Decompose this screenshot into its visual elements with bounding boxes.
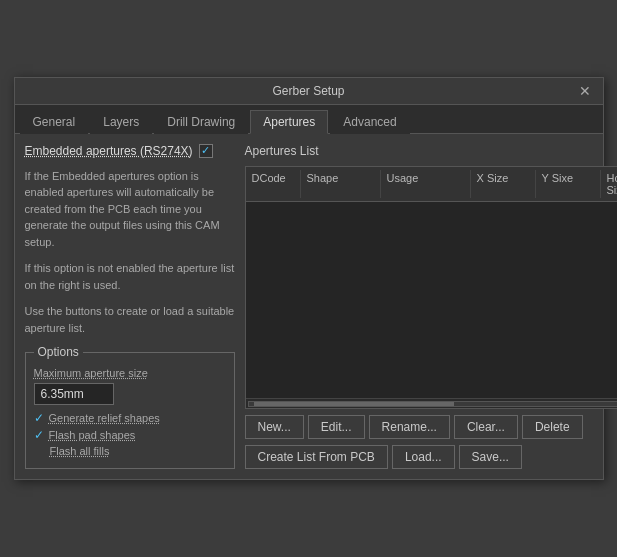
col-usage: Usage bbox=[381, 170, 471, 198]
scrollbar-track[interactable] bbox=[248, 401, 618, 407]
desc2-text: If this option is not enabled the apertu… bbox=[25, 260, 235, 293]
dialog: Gerber Setup ✕ General Layers Drill Draw… bbox=[14, 77, 604, 481]
dialog-title: Gerber Setup bbox=[41, 84, 577, 98]
col-dcode: DCode bbox=[246, 170, 301, 198]
action-row-2: Create List From PCB Load... Save... bbox=[245, 445, 618, 469]
flash-pad-row: ✓ Flash pad shapes bbox=[34, 428, 226, 442]
desc3-text: Use the buttons to create or load a suit… bbox=[25, 303, 235, 336]
col-ysize: Y Sixe bbox=[536, 170, 601, 198]
max-aperture-input[interactable] bbox=[34, 383, 114, 405]
delete-button[interactable]: Delete bbox=[522, 415, 583, 439]
flash-fills-row: Flash all fills bbox=[34, 445, 226, 457]
embedded-apertures-checkbox[interactable] bbox=[199, 144, 213, 158]
clear-button[interactable]: Clear... bbox=[454, 415, 518, 439]
embedded-apertures-row: Embedded apertures (RS274X) bbox=[25, 144, 235, 158]
flash-pad-label[interactable]: Flash pad shapes bbox=[49, 429, 136, 441]
new-button[interactable]: New... bbox=[245, 415, 304, 439]
options-legend: Options bbox=[34, 345, 83, 359]
create-list-button[interactable]: Create List From PCB bbox=[245, 445, 388, 469]
save-button[interactable]: Save... bbox=[459, 445, 522, 469]
relief-shapes-row: ✓ Generate relief shapes bbox=[34, 411, 226, 425]
max-aperture-label: Maximum aperture size bbox=[34, 367, 226, 379]
tab-bar: General Layers Drill Drawing Apertures A… bbox=[15, 105, 603, 134]
flash-fills-label[interactable]: Flash all fills bbox=[50, 445, 110, 457]
tab-apertures[interactable]: Apertures bbox=[250, 110, 328, 134]
table-body bbox=[246, 202, 618, 399]
close-button[interactable]: ✕ bbox=[577, 84, 593, 98]
scrollbar-area[interactable] bbox=[246, 398, 618, 408]
load-button[interactable]: Load... bbox=[392, 445, 455, 469]
tab-advanced[interactable]: Advanced bbox=[330, 110, 409, 134]
desc1-text: If the Embedded apertures option is enab… bbox=[25, 168, 235, 251]
tab-general[interactable]: General bbox=[20, 110, 89, 134]
apertures-table: DCode Shape Usage X Size Y Sixe Hole Siz… bbox=[245, 166, 618, 410]
apertures-list-label: Apertures List bbox=[245, 144, 618, 158]
embedded-apertures-label: Embedded apertures (RS274X) bbox=[25, 144, 193, 158]
tab-layers[interactable]: Layers bbox=[90, 110, 152, 134]
scrollbar-thumb[interactable] bbox=[254, 402, 454, 406]
col-xsize: X Size bbox=[471, 170, 536, 198]
left-panel: Embedded apertures (RS274X) If the Embed… bbox=[25, 144, 235, 470]
table-header: DCode Shape Usage X Size Y Sixe Hole Siz… bbox=[246, 167, 618, 202]
content-area: Embedded apertures (RS274X) If the Embed… bbox=[15, 134, 603, 480]
relief-shapes-check: ✓ bbox=[34, 411, 44, 425]
edit-button[interactable]: Edit... bbox=[308, 415, 365, 439]
title-bar: Gerber Setup ✕ bbox=[15, 78, 603, 105]
options-group: Options Maximum aperture size ✓ Generate… bbox=[25, 352, 235, 469]
flash-pad-check: ✓ bbox=[34, 428, 44, 442]
col-shape: Shape bbox=[301, 170, 381, 198]
col-hole: Hole Size bbox=[601, 170, 618, 198]
rename-button[interactable]: Rename... bbox=[369, 415, 450, 439]
tab-drill-drawing[interactable]: Drill Drawing bbox=[154, 110, 248, 134]
relief-shapes-label[interactable]: Generate relief shapes bbox=[49, 412, 160, 424]
action-row-1: New... Edit... Rename... Clear... Delete bbox=[245, 415, 618, 439]
right-panel: Apertures List DCode Shape Usage X Size … bbox=[245, 144, 618, 470]
